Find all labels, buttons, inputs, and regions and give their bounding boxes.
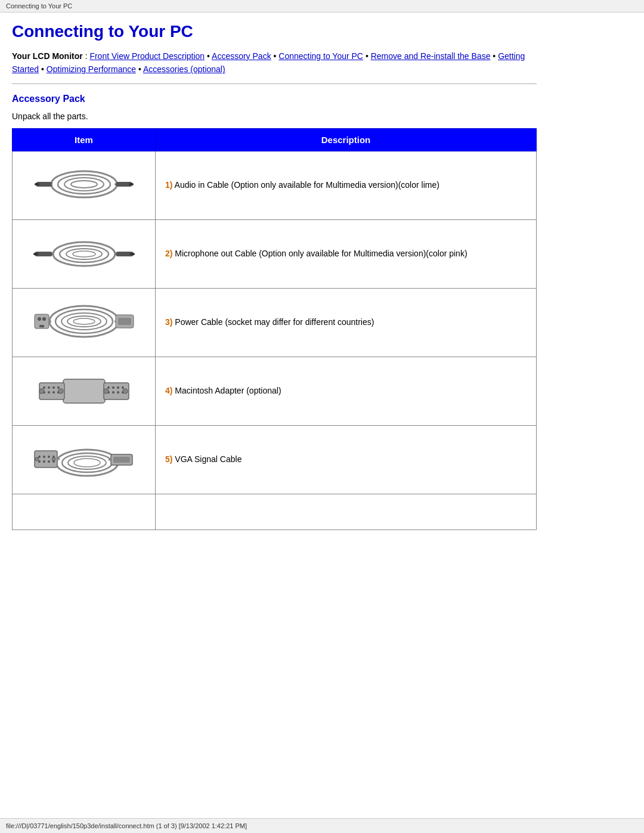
nav-link-connecting[interactable]: Connecting to Your PC bbox=[278, 51, 363, 61]
svg-point-44 bbox=[58, 389, 63, 394]
svg-point-36 bbox=[48, 386, 50, 389]
svg-point-51 bbox=[112, 391, 114, 394]
cable-image-4 bbox=[30, 364, 138, 418]
svg-rect-73 bbox=[113, 457, 130, 463]
svg-point-20 bbox=[49, 306, 119, 337]
svg-point-23 bbox=[67, 316, 101, 327]
browser-bar: Connecting to Your PC bbox=[0, 0, 644, 13]
svg-point-61 bbox=[38, 456, 41, 458]
cable-image-1 bbox=[30, 159, 138, 212]
svg-rect-31 bbox=[118, 318, 131, 325]
item-cell-5 bbox=[13, 425, 156, 494]
desc-cell-4: 4) Macintosh Adapter (optional) bbox=[156, 357, 537, 425]
unpack-text: Unpack all the parts. bbox=[12, 112, 537, 121]
desc-cell-2: 2) Microphone out Cable (Option only ava… bbox=[156, 219, 537, 288]
svg-point-2 bbox=[64, 178, 104, 191]
svg-point-12 bbox=[66, 249, 102, 259]
nav-label: Your LCD Monitor bbox=[12, 51, 83, 61]
svg-point-43 bbox=[39, 389, 44, 394]
item-cell-1 bbox=[13, 151, 156, 219]
svg-point-26 bbox=[38, 317, 41, 321]
svg-point-38 bbox=[57, 386, 60, 389]
svg-point-66 bbox=[48, 460, 50, 463]
item-cell-3 bbox=[13, 288, 156, 357]
col-header-item: Item bbox=[13, 128, 156, 151]
item-cell-2 bbox=[13, 219, 156, 288]
item-number-4: 4) bbox=[165, 386, 172, 395]
svg-rect-18 bbox=[130, 253, 135, 255]
item-number-5: 5) bbox=[165, 454, 172, 464]
svg-point-27 bbox=[42, 317, 46, 321]
cable-image-3 bbox=[30, 296, 138, 349]
page-title: Connecting to Your PC bbox=[12, 22, 537, 41]
svg-rect-28 bbox=[39, 325, 44, 327]
svg-point-52 bbox=[117, 391, 119, 394]
mic-cable-icon bbox=[33, 230, 135, 278]
desc-cell-3: 3) Power Cable (socket may differ for di… bbox=[156, 288, 537, 357]
svg-point-41 bbox=[52, 391, 55, 394]
vga-cable-icon bbox=[33, 433, 135, 487]
nav-link-front-view[interactable]: Front View Product Description bbox=[89, 51, 205, 61]
desc-cell-5: 5) VGA Signal Cable bbox=[156, 425, 537, 494]
item-cell-empty bbox=[13, 494, 156, 529]
item-number-1: 1) bbox=[165, 180, 172, 190]
audio-cable-icon bbox=[33, 162, 135, 209]
svg-point-13 bbox=[73, 251, 95, 257]
nav-link-accessory-pack[interactable]: Accessory Pack bbox=[212, 51, 271, 61]
svg-point-59 bbox=[74, 459, 100, 467]
svg-point-3 bbox=[71, 181, 97, 188]
item-number-2: 2) bbox=[165, 249, 172, 258]
table-row: 1) Audio in Cable (Option only available… bbox=[13, 151, 537, 219]
cable-image-5 bbox=[30, 433, 138, 487]
svg-rect-15 bbox=[33, 253, 38, 255]
section-divider bbox=[12, 83, 537, 84]
svg-point-35 bbox=[43, 386, 45, 389]
table-row: 4) Macintosh Adapter (optional) bbox=[13, 357, 537, 425]
svg-point-54 bbox=[104, 389, 109, 394]
table-row-empty bbox=[13, 494, 537, 529]
nav-link-remove-reinstall[interactable]: Remove and Re-install the Base bbox=[371, 51, 491, 61]
svg-point-55 bbox=[123, 389, 128, 394]
svg-point-70 bbox=[52, 457, 55, 461]
svg-rect-8 bbox=[129, 183, 134, 185]
svg-point-24 bbox=[73, 318, 95, 324]
svg-point-65 bbox=[43, 460, 45, 463]
svg-point-64 bbox=[38, 460, 41, 463]
mac-adapter-icon bbox=[33, 367, 135, 415]
table-row: 3) Power Cable (socket may differ for di… bbox=[13, 288, 537, 357]
item-cell-4 bbox=[13, 357, 156, 425]
table-row: 2) Microphone out Cable (Option only ava… bbox=[13, 219, 537, 288]
nav-link-accessories[interactable]: Accessories (optional) bbox=[143, 64, 225, 74]
svg-point-62 bbox=[43, 456, 45, 458]
svg-rect-5 bbox=[35, 183, 39, 185]
svg-rect-33 bbox=[63, 379, 105, 403]
svg-point-69 bbox=[35, 457, 39, 461]
section-heading: Accessory Pack bbox=[12, 94, 537, 104]
item-number-3: 3) bbox=[165, 317, 172, 327]
cable-image-2 bbox=[30, 227, 138, 281]
main-content: Connecting to Your PC Your LCD Monitor :… bbox=[0, 13, 549, 554]
svg-point-37 bbox=[52, 386, 55, 389]
svg-point-47 bbox=[112, 386, 114, 389]
svg-point-46 bbox=[107, 386, 110, 389]
col-header-desc: Description bbox=[156, 128, 537, 151]
svg-point-49 bbox=[122, 386, 124, 389]
desc-cell-empty bbox=[156, 494, 537, 529]
power-cable-icon bbox=[33, 293, 135, 352]
svg-point-63 bbox=[48, 456, 50, 458]
nav-section: Your LCD Monitor : Front View Product De… bbox=[12, 49, 537, 76]
nav-link-optimizing[interactable]: Optimizing Performance bbox=[47, 64, 136, 74]
desc-cell-1: 1) Audio in Cable (Option only available… bbox=[156, 151, 537, 219]
table-row: 5) VGA Signal Cable bbox=[13, 425, 537, 494]
svg-point-48 bbox=[117, 386, 119, 389]
svg-point-40 bbox=[48, 391, 50, 394]
accessory-table: Item Description bbox=[12, 128, 537, 530]
